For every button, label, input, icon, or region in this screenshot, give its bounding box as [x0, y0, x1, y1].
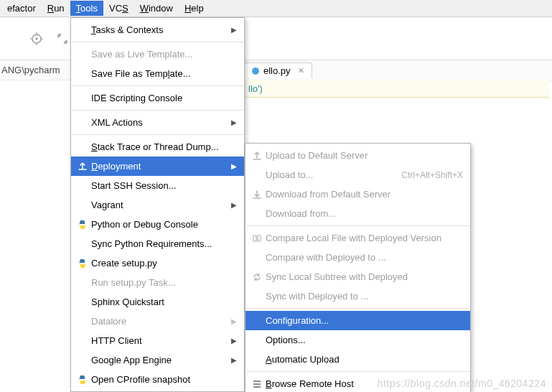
mi-sync-local[interactable]: Sync Local Subtree with Deployed	[245, 267, 470, 286]
python-icon	[75, 219, 90, 230]
deployment-submenu: Upload to Default Server Upload to...Ctr…	[245, 143, 471, 392]
mi-ssh[interactable]: Start SSH Session...	[71, 176, 244, 195]
separator	[72, 85, 243, 86]
tab-label: ello.py	[263, 65, 291, 76]
mi-create-setup[interactable]: Create setup.py	[71, 253, 244, 273]
menu-bar: efactor Run Tools VCS Window Help	[0, 0, 552, 17]
watermark: https://blog.csdn.net/m0_46204224	[378, 378, 546, 389]
expand-icon[interactable]	[55, 31, 70, 47]
separator	[246, 225, 469, 226]
deployment-icon	[75, 161, 90, 172]
editor-tabs: ello.py ✕	[244, 61, 549, 80]
menu-window[interactable]: Window	[134, 1, 179, 16]
mi-automatic-upload[interactable]: Automatic Upload	[245, 350, 470, 369]
mi-stack-trace[interactable]: Stack Trace or Thread Dump...	[71, 137, 244, 157]
python-icon	[75, 374, 90, 386]
mi-sync-requirements[interactable]: Sync Python Requirements...	[71, 234, 244, 253]
mi-sync-with[interactable]: Sync with Deployed to ...	[245, 286, 470, 306]
menu-help[interactable]: Help	[179, 1, 210, 16]
separator	[246, 308, 469, 309]
path-text: ANG\pycharm	[1, 65, 60, 75]
upload-icon	[250, 150, 264, 162]
mi-options[interactable]: Options...	[245, 330, 470, 350]
mi-run-setup[interactable]: Run setup.py Task...	[71, 273, 244, 292]
mi-xml-actions[interactable]: XML Actions▶	[71, 113, 244, 132]
python-file-icon	[252, 67, 259, 75]
mi-deployment[interactable]: Deployment▶	[71, 157, 244, 176]
mi-download-from[interactable]: Download from...	[245, 204, 470, 223]
tools-dropdown: Tasks & Contexts▶ Save as Live Template.…	[70, 17, 245, 392]
menu-tools[interactable]: Tools	[70, 1, 103, 16]
diff-icon	[250, 233, 264, 244]
list-icon	[250, 378, 264, 390]
editor-area: ello.py ✕ llo')	[244, 61, 549, 98]
separator	[246, 371, 469, 372]
mi-google-app-engine[interactable]: Google App Engine▶	[71, 350, 244, 370]
mi-upload-to[interactable]: Upload to...Ctrl+Alt+Shift+X	[245, 165, 470, 185]
mi-python-console[interactable]: Python or Debug Console	[71, 215, 244, 234]
mi-vagrant[interactable]: Vagrant▶	[71, 195, 244, 215]
mi-compare-local[interactable]: Compare Local File with Deployed Version	[245, 228, 470, 248]
mi-sphinx[interactable]: Sphinx Quickstart	[71, 292, 244, 312]
mi-save-file-template[interactable]: Save File as Template...	[71, 64, 244, 83]
mi-tasks-contexts[interactable]: Tasks & Contexts▶	[71, 20, 244, 39]
separator	[72, 134, 243, 135]
python-icon	[75, 258, 90, 269]
target-icon[interactable]	[29, 31, 45, 47]
mi-datalore[interactable]: Datalore▶	[71, 312, 244, 331]
editor-tab-hello[interactable]: ello.py ✕	[244, 62, 312, 78]
close-icon[interactable]: ✕	[298, 66, 304, 75]
mi-upload-default[interactable]: Upload to Default Server	[245, 146, 470, 165]
mi-ide-scripting[interactable]: IDE Scripting Console	[71, 88, 244, 108]
code-line[interactable]: llo')	[244, 80, 549, 98]
sync-icon	[250, 271, 264, 283]
separator	[72, 42, 243, 42]
mi-save-live-template[interactable]: Save as Live Template...	[71, 45, 244, 64]
mi-compare-with[interactable]: Compare with Deployed to ...	[245, 248, 470, 267]
mi-download-default[interactable]: Download from Default Server	[245, 185, 470, 204]
mi-http-client[interactable]: HTTP Client▶	[71, 331, 244, 350]
menu-run[interactable]: Run	[42, 1, 70, 16]
separator	[72, 110, 243, 111]
mi-configuration[interactable]: Configuration...	[245, 311, 470, 330]
menu-refactor[interactable]: efactor	[1, 1, 42, 16]
download-icon	[250, 189, 264, 200]
svg-point-1	[35, 37, 37, 39]
menu-vcs[interactable]: VCS	[103, 1, 134, 16]
mi-cprofile[interactable]: Open CProfile snapshot	[71, 370, 244, 389]
